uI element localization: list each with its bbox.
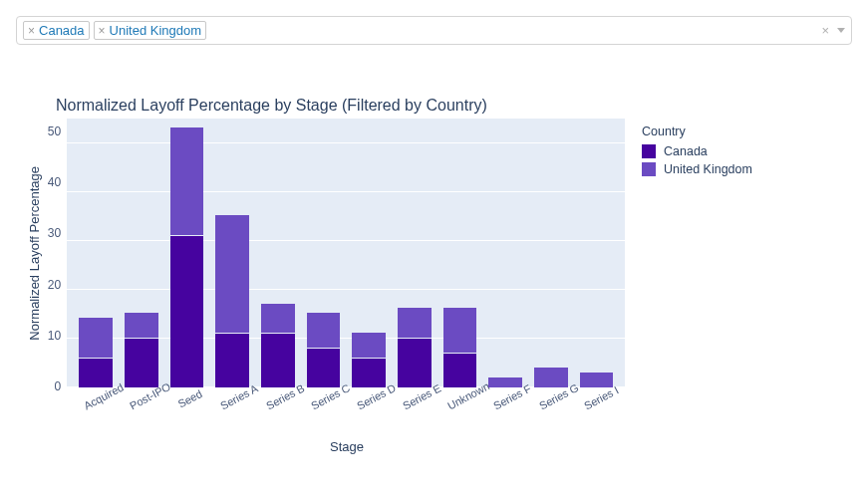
y-axis-label: Normalized Layoff Percentage [27, 166, 42, 341]
chevron-down-icon[interactable] [837, 28, 845, 33]
bar-segment-canada[interactable] [307, 349, 341, 387]
bar-column[interactable] [352, 333, 386, 387]
bar-segment-uk[interactable] [443, 308, 477, 352]
legend-item-canada[interactable]: Canada [642, 144, 752, 158]
bar-segment-uk[interactable] [398, 308, 432, 337]
chart-container: Normalized Layoff Percentage by Stage (F… [16, 63, 852, 464]
chart-title: Normalized Layoff Percentage by Stage (F… [56, 97, 842, 115]
gridline [67, 240, 625, 241]
bar-segment-uk[interactable] [580, 373, 614, 387]
bar-segment-canada[interactable] [170, 236, 204, 387]
bar-column[interactable] [79, 318, 113, 387]
bar-segment-canada[interactable] [398, 339, 432, 387]
bar-column[interactable] [170, 127, 204, 387]
bar-column[interactable] [215, 215, 249, 387]
x-tick: Unknown [445, 385, 480, 411]
plot-area[interactable] [67, 119, 625, 387]
bar-segment-canada[interactable] [261, 334, 295, 387]
y-tick: 10 [48, 329, 61, 343]
filter-chip-canada[interactable]: × Canada [23, 21, 90, 40]
country-filter[interactable]: × Canada × United Kingdom × [16, 16, 852, 45]
x-tick: Seed [172, 385, 207, 411]
x-tick: Acquired [82, 385, 117, 411]
gridline [67, 191, 625, 192]
bar-segment-uk[interactable] [79, 318, 113, 357]
clear-all-icon[interactable]: × [821, 23, 829, 38]
x-tick: Series B [264, 385, 299, 411]
x-tick: Series C [309, 385, 344, 411]
bar-segment-uk[interactable] [488, 377, 522, 387]
gridline [67, 142, 625, 143]
bar-column[interactable] [125, 313, 158, 387]
bar-segment-canada[interactable] [443, 354, 477, 387]
bar-column[interactable] [534, 368, 568, 387]
bar-segment-uk[interactable] [352, 333, 386, 358]
y-tick: 50 [48, 125, 61, 138]
x-axis-ticks: AcquiredPost-IPOSeedSeries ASeries BSeri… [68, 387, 626, 405]
bar-column[interactable] [307, 313, 341, 387]
bar-segment-uk[interactable] [215, 215, 249, 333]
y-axis-ticks: 50 40 30 20 10 0 [48, 119, 67, 387]
legend-item-label: Canada [664, 144, 708, 158]
x-tick: Series G [537, 385, 572, 411]
bar-segment-canada[interactable] [125, 339, 158, 387]
x-axis-label: Stage [330, 439, 364, 454]
bar-segment-canada[interactable] [79, 359, 113, 387]
legend: Country Canada United Kingdom [642, 125, 752, 180]
x-tick: Series E [401, 385, 435, 411]
x-tick: Series I [582, 385, 617, 411]
legend-swatch-icon [642, 162, 656, 176]
remove-chip-icon[interactable]: × [28, 25, 35, 37]
x-tick: Series A [218, 385, 253, 411]
y-tick: 40 [48, 175, 61, 189]
gridline [67, 289, 625, 290]
y-tick: 0 [48, 379, 61, 393]
x-tick: Series F [491, 385, 526, 411]
bar-segment-uk[interactable] [125, 313, 158, 338]
bar-column[interactable] [398, 308, 432, 387]
bar-column[interactable] [488, 377, 522, 387]
y-tick: 30 [48, 226, 61, 240]
bar-segment-canada[interactable] [352, 359, 386, 387]
x-tick: Post-IPO [128, 385, 162, 411]
x-tick: Series D [355, 385, 390, 411]
filter-chip-uk[interactable]: × United Kingdom [94, 21, 207, 40]
y-tick: 20 [48, 278, 61, 292]
remove-chip-icon[interactable]: × [99, 25, 106, 37]
filter-chip-label: United Kingdom [110, 23, 202, 38]
bar-column[interactable] [261, 304, 295, 387]
bar-column[interactable] [443, 308, 477, 387]
bar-segment-uk[interactable] [170, 127, 204, 235]
legend-item-label: United Kingdom [664, 162, 752, 176]
legend-title: Country [642, 125, 752, 138]
bar-column[interactable] [580, 373, 614, 387]
bar-segment-uk[interactable] [534, 368, 568, 387]
filter-chip-label: Canada [39, 23, 85, 38]
bar-segment-uk[interactable] [261, 304, 295, 333]
legend-item-uk[interactable]: United Kingdom [642, 162, 752, 176]
bar-segment-canada[interactable] [215, 334, 249, 387]
bar-segment-uk[interactable] [307, 313, 341, 347]
legend-swatch-icon [642, 144, 656, 158]
